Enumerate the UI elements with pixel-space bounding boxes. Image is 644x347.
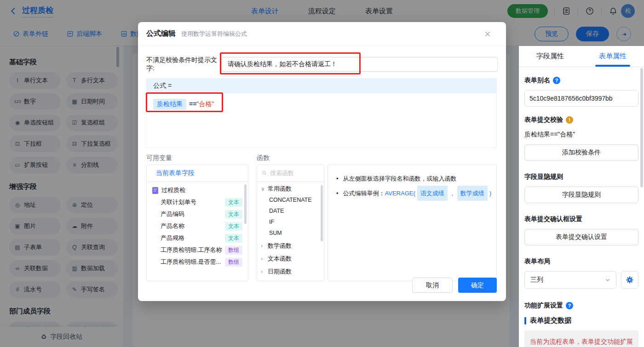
tab-field-properties[interactable]: 字段属性 [519,46,581,67]
cancel-button[interactable]: 取消 [412,278,453,293]
variables-panel-label: 可用变量 [146,154,172,162]
function-group-math[interactable]: ›数学函数 [257,240,324,251]
formula-edit-modal: 公式编辑 使用数学运算符编辑公式 不满足校验条件时提示文字: 公式 = 质检结果… [138,22,506,301]
confirm-button[interactable]: 确定 [458,278,497,293]
gear-icon [626,276,634,284]
variable-row[interactable]: 工序质检明细.是否需...数组 [147,256,248,268]
type-badge: 文本 [225,234,242,243]
variables-root[interactable]: 过程质检 [147,182,248,196]
caret-right-icon: › [261,256,265,262]
formula-operator: == [189,100,196,108]
type-badge: 文本 [225,210,242,219]
search-icon [262,170,267,176]
variable-row[interactable]: 关联计划单号文本 [147,196,248,208]
tip-line-2: 公式编辑举例：AVERAGE(语文成绩，数学成绩) [336,186,488,201]
type-badge: 文本 [225,198,242,207]
form-alias-label: 表单别名 [524,76,550,85]
tips-panel: 从左侧面板选择字段名和函数，或输入函数 公式编辑举例：AVERAGE(语文成绩，… [328,165,497,281]
functions-scrollbar[interactable] [321,185,323,241]
flow-form-warning: 当前为流程表单，表单提交功能扩展的配置，请前往流程发起节点属性 [524,330,638,347]
function-item[interactable]: CONCATENATE [257,194,324,205]
chevron-down-icon [605,277,610,283]
close-icon [484,30,491,38]
extension-settings-label: 功能扩展设置 [524,301,563,310]
variable-row[interactable]: 产品名称文本 [147,220,248,232]
help-circle-icon[interactable] [553,77,560,84]
function-item[interactable]: IF [257,216,324,228]
formula-bar: 公式 = [147,79,496,93]
layout-settings-button[interactable] [621,271,638,289]
properties-sidebar: 字段属性 表单属性 表单别名 表单提交校验 质检结果=="合格" 添加校验条件 … [519,46,644,347]
modal-title: 公式编辑 [146,29,176,39]
function-search[interactable] [257,165,324,182]
prompt-text-label: 不满足校验条件时提示文字: [146,56,222,73]
active-tab-underline [595,65,630,67]
type-badge: 数组 [225,246,242,255]
field-chip: 质检结果 [153,99,186,110]
function-group-common[interactable]: ∨常用函数 [257,183,324,194]
formula-body[interactable]: 质检结果=="合格" [147,93,496,148]
submit-data-subhead: 表单提交数据 [524,316,638,325]
close-button[interactable] [484,30,491,38]
layout-select[interactable]: 三列 [524,271,616,289]
warning-circle-icon [566,116,573,124]
type-badge: 文本 [225,222,242,231]
function-group-text[interactable]: ›文本函数 [257,253,324,264]
function-item[interactable]: SUM [257,228,324,239]
visibility-rules-button[interactable]: 字段显隐规则 [524,187,638,203]
submit-validation-label: 表单提交校验 [524,116,563,124]
document-icon [152,187,158,194]
function-item[interactable]: DATE [257,205,324,216]
variable-row[interactable]: 产品规格文本 [147,232,248,244]
prompt-text-input[interactable] [222,57,498,72]
tip-line-1: 从左侧面板选择字段名和函数，或输入函数 [336,171,488,186]
tab-form-properties[interactable]: 表单属性 [581,46,644,67]
formula-string-value: "合格" [196,100,214,108]
tab-current-form-fields[interactable]: 当前表单字段 [156,169,195,177]
variable-row[interactable]: 工序质检明细.工序名称数组 [147,244,248,256]
properties-tabs: 字段属性 表单属性 [519,46,644,67]
caret-right-icon: › [261,243,265,249]
caret-right-icon: › [261,268,265,275]
submit-confirm-button[interactable]: 表单提交确认设置 [524,229,638,245]
functions-panel: ∨常用函数 CONCATENATE DATE IF SUM ›数学函数 ›文本函… [257,165,324,281]
add-validation-button[interactable]: 添加校验条件 [524,144,638,161]
caret-down-icon: ∨ [261,186,265,192]
properties-scrollbar[interactable] [640,68,643,188]
function-group-date[interactable]: ›日期函数 [257,266,324,277]
variable-row[interactable]: 产品编码文本 [147,208,248,220]
function-search-input[interactable] [270,170,319,176]
visibility-rules-label: 字段显隐规则 [524,173,563,181]
example-chip: 数学成绩 [457,186,488,201]
submit-confirm-label: 表单提交确认框设置 [524,215,582,223]
formula-editor[interactable]: 公式 = 质检结果=="合格" [146,78,497,148]
help-circle-icon[interactable] [566,302,573,309]
form-layout-label: 表单布局 [524,257,550,266]
functions-panel-label: 函数 [257,154,270,162]
variables-panel: 当前表单字段 过程质检 关联计划单号文本 产品编码文本 产品名称文本 产品规格文… [146,165,248,281]
example-chip: 语文成绩 [417,186,448,201]
modal-subtitle: 使用数学运算符编辑公式 [181,30,247,38]
type-badge: 数组 [225,258,242,267]
form-alias-input[interactable] [524,90,638,107]
variables-scrollbar[interactable] [244,184,247,224]
validation-rule-text: 质检结果=="合格" [524,131,638,139]
